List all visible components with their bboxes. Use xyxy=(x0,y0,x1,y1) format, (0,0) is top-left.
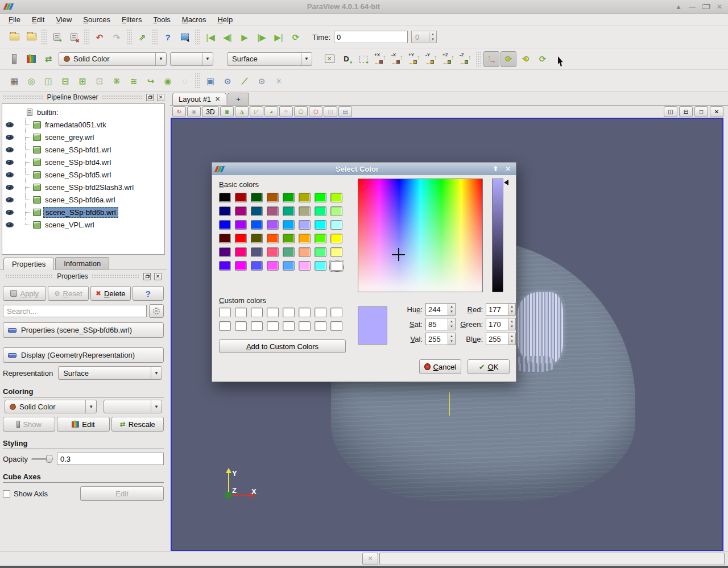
custom-color-swatch[interactable] xyxy=(219,321,231,331)
toggle-color-legend-view-button[interactable]: ▤ xyxy=(338,106,352,117)
basic-color-swatch[interactable] xyxy=(251,247,263,257)
basic-color-swatch[interactable] xyxy=(283,193,295,202)
tab-information[interactable]: Information xyxy=(55,257,109,270)
view-type-button[interactable]: 3D xyxy=(202,106,219,117)
loop-button[interactable]: ⟳ xyxy=(288,29,304,45)
custom-color-swatch[interactable] xyxy=(330,308,342,317)
menu-help[interactable]: Help xyxy=(212,14,238,25)
representation-combo[interactable]: Surface ▼ xyxy=(227,52,312,66)
custom-color-swatch[interactable] xyxy=(315,321,326,331)
value-indicator-icon[interactable] xyxy=(504,180,508,185)
basic-color-swatch[interactable] xyxy=(251,206,263,216)
close-tab-icon[interactable]: ✕ xyxy=(215,96,220,103)
visibility-eye-icon[interactable] xyxy=(5,172,14,178)
float-panel-icon[interactable] xyxy=(143,273,151,280)
pipeline-item[interactable]: scene_SSp-bfd2Slash3.wrl xyxy=(2,181,164,193)
time-input[interactable] xyxy=(334,31,408,43)
reset-camera-button[interactable]: ✕ xyxy=(321,51,337,67)
zoom-to-box-button[interactable] xyxy=(355,51,371,67)
coloring-mode-select[interactable]: Solid Color ▼ xyxy=(5,400,97,413)
custom-color-swatch[interactable] xyxy=(283,321,295,331)
dialog-titlebar[interactable]: Select Color ⬆ ✕ xyxy=(212,163,516,175)
basic-color-swatch[interactable] xyxy=(235,193,247,202)
save-state-button[interactable] xyxy=(23,29,39,45)
probe-location-button[interactable]: ✳ xyxy=(271,73,287,89)
select-points-on-button[interactable]: ◸ xyxy=(250,106,263,117)
custom-color-swatch[interactable] xyxy=(235,321,247,331)
layout-tab[interactable]: Layout #1 ✕ xyxy=(172,93,226,105)
close-panel-icon[interactable]: ✕ xyxy=(154,273,162,280)
red-spinbox[interactable]: 177▲▼ xyxy=(486,303,516,316)
redo-button[interactable]: ↷ xyxy=(109,29,125,45)
extract-group-filter-button[interactable]: ◌ xyxy=(177,73,193,89)
menu-file[interactable]: File xyxy=(3,14,26,25)
basic-color-swatch[interactable] xyxy=(219,193,231,202)
basic-color-swatch[interactable] xyxy=(299,247,311,257)
search-options-button[interactable] xyxy=(149,304,164,318)
basic-color-swatch[interactable] xyxy=(251,220,263,230)
previous-frame-button[interactable]: ◀| xyxy=(220,29,235,45)
warp-by-vector-filter-button[interactable]: ↪ xyxy=(143,73,159,89)
visibility-eye-icon[interactable] xyxy=(5,197,14,203)
glyph-filter-button[interactable]: ❋ xyxy=(109,73,125,89)
basic-color-swatch[interactable] xyxy=(283,206,295,216)
basic-color-swatch[interactable] xyxy=(283,220,295,230)
select-cells-polygon-button[interactable]: ⬠ xyxy=(294,106,308,117)
basic-color-swatch[interactable] xyxy=(219,206,231,216)
extract-subset-filter-button[interactable]: ⊡ xyxy=(92,73,107,89)
slider-handle[interactable] xyxy=(46,455,52,463)
connect-server-button[interactable] xyxy=(49,29,65,45)
value-strip[interactable] xyxy=(492,179,503,292)
pipeline-item[interactable]: scene_SSp-bfd6b.wrl xyxy=(2,206,164,218)
edit-color-map-button[interactable]: Edit xyxy=(57,417,109,432)
tab-properties[interactable]: Properties xyxy=(3,258,54,270)
rubber-band-select-button[interactable] xyxy=(177,29,193,45)
basic-color-swatch[interactable] xyxy=(219,234,231,243)
custom-color-swatch[interactable] xyxy=(283,308,295,317)
coloring-component-select[interactable]: ▼ xyxy=(104,400,162,413)
visibility-eye-icon[interactable] xyxy=(5,222,14,228)
custom-color-swatch[interactable] xyxy=(330,321,342,331)
basic-color-swatch[interactable] xyxy=(219,261,231,271)
help-button[interactable]: ? xyxy=(160,29,176,45)
pipeline-item[interactable]: scene_SSp-bfd1.wrl xyxy=(2,143,164,156)
basic-color-swatch[interactable] xyxy=(219,247,231,257)
basic-color-swatch[interactable] xyxy=(219,220,231,230)
properties-section-header[interactable]: Properties (scene_SSp-bfd6b.wrl) xyxy=(3,322,164,338)
set-view-minus-y-button[interactable]: -Y↑← xyxy=(424,51,440,67)
custom-color-swatch[interactable] xyxy=(267,321,279,331)
representation-select[interactable]: Surface ▼ xyxy=(58,366,162,380)
maximize-icon[interactable] xyxy=(702,3,710,11)
menu-edit[interactable]: Edit xyxy=(27,14,49,25)
basic-color-swatch[interactable] xyxy=(267,193,279,202)
delete-button[interactable]: ✖Delete xyxy=(90,286,131,301)
basic-color-swatch[interactable] xyxy=(283,234,295,243)
display-section-header[interactable]: Display (GeometryRepresentation) xyxy=(3,347,164,363)
new-layout-tab[interactable]: + xyxy=(228,93,249,105)
basic-color-swatch[interactable] xyxy=(315,247,326,257)
basic-color-swatch[interactable] xyxy=(235,206,247,216)
pipeline-item[interactable]: scene_SSp-bfd5.wrl xyxy=(2,168,164,181)
stream-tracer-filter-button[interactable]: ≋ xyxy=(126,73,142,89)
adjust-camera-button[interactable]: ◉ xyxy=(187,106,201,117)
rescale-to-data-range-button[interactable]: ⇄ xyxy=(40,51,56,67)
basic-color-swatch[interactable] xyxy=(251,261,263,271)
split-vertical-button[interactable]: ⊟ xyxy=(679,106,693,117)
basic-color-swatch[interactable] xyxy=(330,261,342,271)
close-icon[interactable]: ✕ xyxy=(715,3,723,11)
window-titlebar[interactable]: ParaView 4.0.1 64-bit ▲ — ✕ xyxy=(0,0,728,14)
basic-color-swatch[interactable] xyxy=(267,261,279,271)
menu-tools[interactable]: Tools xyxy=(148,14,175,25)
plot-over-line-button[interactable]: ⟋ xyxy=(237,73,253,89)
basic-color-swatch[interactable] xyxy=(251,193,263,202)
toggle-color-legend-button[interactable] xyxy=(6,51,22,67)
basic-color-swatch[interactable] xyxy=(315,234,326,243)
basic-color-swatch[interactable] xyxy=(330,247,342,257)
pick-center-of-rotation-button[interactable]: ⟳ xyxy=(535,51,551,67)
basic-color-swatch[interactable] xyxy=(235,220,247,230)
show-color-legend-button[interactable]: Show xyxy=(3,417,55,432)
select-cells-through-button[interactable]: ◕ xyxy=(264,106,278,117)
basic-color-swatch[interactable] xyxy=(330,193,342,202)
basic-color-swatch[interactable] xyxy=(299,220,311,230)
pipeline-item[interactable]: scene_grey.wrl xyxy=(2,131,164,143)
